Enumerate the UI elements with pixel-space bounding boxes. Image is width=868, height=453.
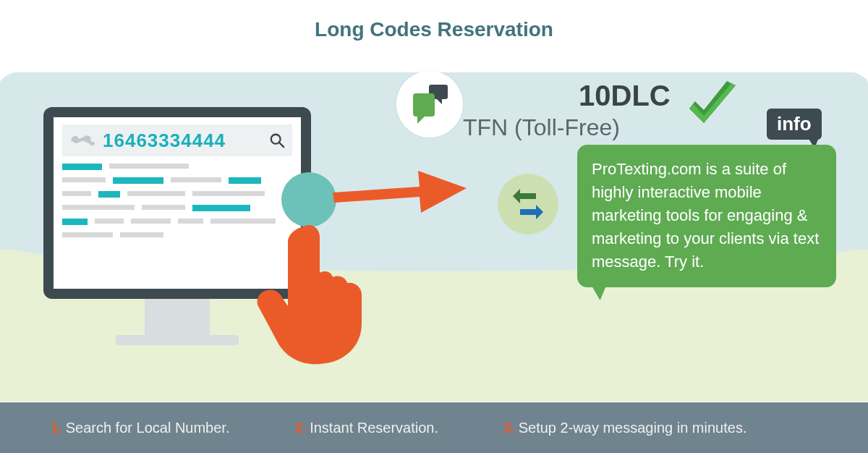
- label-10dlc: 10DLC: [579, 80, 671, 112]
- step-2-text: Instant Reservation.: [310, 420, 438, 436]
- info-badge: info: [767, 109, 822, 140]
- step-2-number: 2.: [294, 420, 307, 436]
- page-title: Long Codes Reservation: [0, 18, 868, 41]
- result-row: [62, 205, 292, 211]
- search-bar: 16463334444: [62, 124, 292, 156]
- search-number: 16463334444: [103, 130, 263, 152]
- info-bubble: ProTexting.com is a suite of highly inte…: [577, 145, 836, 287]
- step-2: 2.Instant Reservation.: [294, 420, 438, 436]
- result-row: [62, 177, 292, 184]
- brand-logo: [396, 71, 463, 137]
- world-map-icon: [69, 132, 97, 148]
- refresh-icon: [511, 187, 545, 221]
- checkmark-icon: [684, 78, 740, 135]
- step-1-text: Search for Local Number.: [66, 420, 230, 436]
- monitor-stand: [145, 299, 210, 335]
- search-icon: [269, 132, 285, 148]
- chat-logo-icon: [410, 83, 449, 125]
- result-row: [62, 164, 292, 170]
- arrow-icon: [326, 158, 470, 223]
- svg-rect-4: [413, 93, 435, 117]
- svg-line-1: [279, 143, 284, 147]
- result-row: [62, 191, 292, 198]
- step-1-number: 1.: [51, 420, 63, 436]
- step-3-number: 3.: [503, 420, 516, 436]
- pointer-hand-icon: [253, 221, 376, 365]
- step-3-text: Setup 2-way messaging in minutes.: [519, 420, 747, 436]
- footer-steps: 1.Search for Local Number. 2.Instant Res…: [0, 402, 868, 453]
- monitor-base: [116, 335, 239, 345]
- step-3: 3.Setup 2-way messaging in minutes.: [503, 420, 746, 436]
- step-1: 1.Search for Local Number.: [51, 420, 229, 436]
- label-tfn: TFN (Toll-Free): [463, 114, 620, 141]
- refresh-circle: [498, 174, 558, 234]
